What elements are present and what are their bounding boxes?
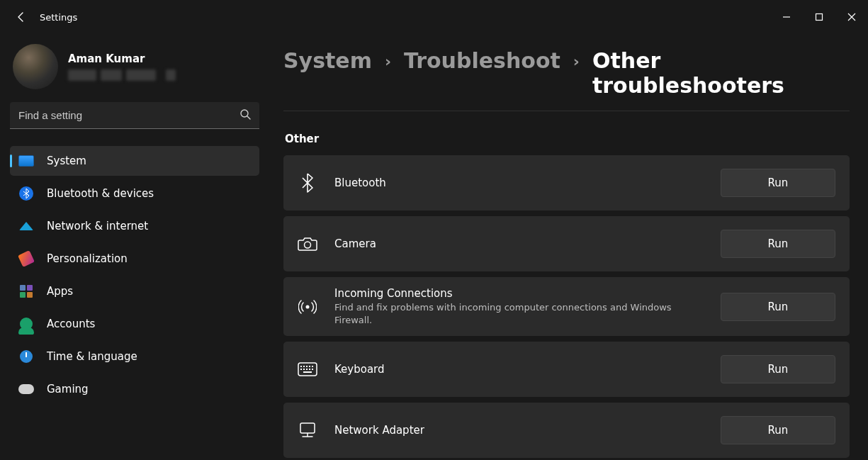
back-button[interactable] [7, 3, 35, 31]
svg-point-5 [306, 305, 310, 308]
search-input[interactable] [18, 109, 239, 121]
sidebar-item-network-internet[interactable]: Network & internet [10, 211, 259, 241]
gamepad-icon [18, 381, 34, 397]
troubleshooter-camera: Camera Run [283, 216, 850, 271]
breadcrumb: System › Troubleshoot › Other troublesho… [283, 48, 850, 111]
run-button[interactable]: Run [721, 416, 835, 444]
search-row[interactable] [10, 102, 259, 129]
run-button[interactable]: Run [721, 355, 835, 383]
network-adapter-icon [298, 420, 317, 440]
titlebar: Settings [0, 0, 868, 34]
svg-rect-1 [816, 14, 823, 21]
section-heading: Other [285, 133, 850, 145]
sidebar-item-bluetooth-devices[interactable]: Bluetooth & devices [10, 179, 259, 208]
svg-rect-13 [303, 369, 305, 370]
close-icon [847, 13, 856, 21]
svg-rect-8 [303, 366, 305, 367]
breadcrumb-item-current: Other troubleshooters [592, 48, 850, 98]
sidebar-item-label: Network & internet [47, 220, 148, 232]
breadcrumb-item-system[interactable]: System [283, 48, 372, 73]
svg-point-4 [305, 242, 311, 248]
apps-icon [18, 284, 34, 299]
search-icon [239, 108, 251, 123]
window-controls [770, 6, 868, 28]
svg-rect-9 [306, 366, 308, 367]
sidebar-item-apps[interactable]: Apps [10, 276, 259, 306]
profile-email-redacted [68, 69, 176, 81]
svg-rect-18 [300, 423, 315, 433]
maximize-button[interactable] [803, 6, 835, 28]
troubleshooter-title: Network Adapter [334, 424, 704, 437]
camera-icon [298, 234, 317, 254]
troubleshooter-title: Keyboard [334, 363, 704, 376]
sidebar-item-label: Personalization [47, 252, 128, 265]
breadcrumb-item-troubleshoot[interactable]: Troubleshoot [404, 48, 560, 73]
window-title: Settings [40, 12, 77, 23]
main-content: System › Troubleshoot › Other troublesho… [269, 34, 868, 460]
troubleshooter-title: Bluetooth [334, 176, 704, 189]
broadcast-icon [298, 297, 317, 317]
bluetooth-icon [298, 173, 317, 193]
close-button[interactable] [835, 6, 868, 28]
sidebar-item-gaming[interactable]: Gaming [10, 374, 259, 404]
svg-rect-14 [306, 369, 308, 370]
sidebar-item-personalization[interactable]: Personalization [10, 244, 259, 274]
minimize-icon [782, 13, 791, 21]
keyboard-icon [298, 359, 317, 379]
person-icon [18, 316, 34, 332]
minimize-button[interactable] [770, 6, 803, 28]
troubleshooter-incoming-connections: Incoming Connections Find and fix proble… [283, 277, 850, 336]
brush-icon [18, 251, 34, 267]
svg-rect-12 [300, 369, 302, 370]
troubleshooter-bluetooth: Bluetooth Run [283, 155, 850, 211]
svg-rect-16 [312, 369, 313, 370]
bluetooth-icon [18, 186, 34, 201]
nav-list: System Bluetooth & devices Network & int… [10, 146, 259, 404]
svg-rect-7 [300, 366, 302, 367]
maximize-icon [815, 13, 823, 21]
svg-point-2 [241, 110, 248, 117]
svg-rect-15 [309, 369, 310, 370]
run-button[interactable]: Run [721, 169, 835, 197]
sidebar-item-label: System [47, 155, 86, 167]
sidebar-item-label: Accounts [47, 318, 95, 330]
sidebar-item-label: Apps [47, 285, 73, 298]
arrow-left-icon [16, 11, 27, 23]
svg-rect-10 [309, 366, 310, 367]
troubleshooter-list: Bluetooth Run Camera Run Incoming Connec [283, 155, 850, 458]
sidebar-item-time-language[interactable]: Time & language [10, 342, 259, 371]
sidebar-item-accounts[interactable]: Accounts [10, 309, 259, 339]
troubleshooter-desc: Find and fix problems with incoming comp… [334, 301, 704, 326]
sidebar: Aman Kumar System Bluetooth & devices [0, 34, 269, 460]
svg-rect-17 [303, 371, 312, 373]
sidebar-item-label: Time & language [47, 350, 137, 363]
wifi-icon [18, 218, 34, 234]
troubleshooter-title: Incoming Connections [334, 287, 704, 300]
profile-name: Aman Kumar [68, 52, 176, 65]
sidebar-item-label: Gaming [47, 383, 89, 396]
run-button[interactable]: Run [721, 293, 835, 321]
svg-rect-11 [312, 366, 313, 367]
avatar [13, 44, 58, 89]
clock-icon [18, 349, 34, 364]
sidebar-item-system[interactable]: System [10, 146, 259, 176]
chevron-right-icon: › [385, 54, 391, 69]
svg-line-3 [247, 116, 250, 119]
troubleshooter-keyboard: Keyboard Run [283, 342, 850, 397]
system-icon [18, 153, 34, 169]
sidebar-item-label: Bluetooth & devices [47, 187, 154, 200]
run-button[interactable]: Run [721, 230, 835, 258]
chevron-right-icon: › [573, 54, 580, 69]
profile-block[interactable]: Aman Kumar [10, 44, 259, 102]
troubleshooter-network-adapter: Network Adapter Run [283, 403, 850, 458]
troubleshooter-title: Camera [334, 237, 704, 250]
